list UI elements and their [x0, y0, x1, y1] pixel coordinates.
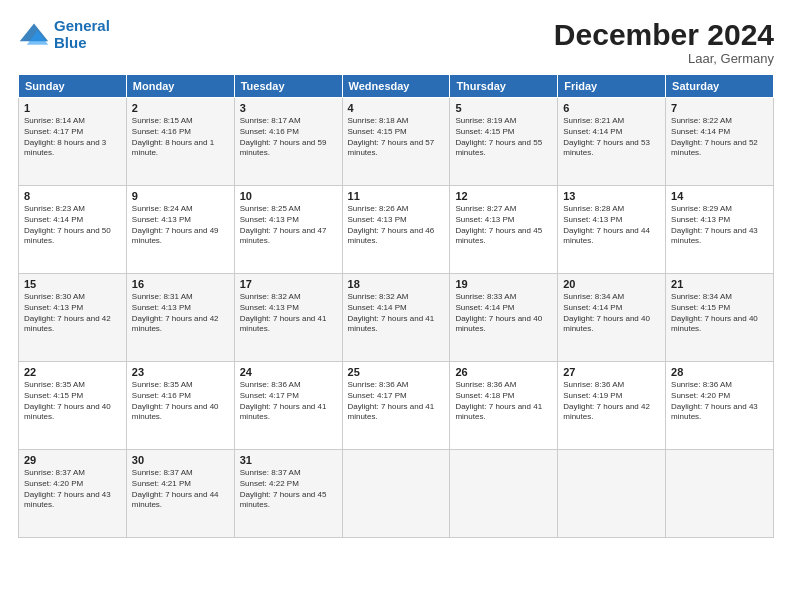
day-number: 13 — [563, 190, 660, 202]
header-sunday: Sunday — [19, 75, 127, 98]
logo: General Blue — [18, 18, 110, 51]
logo-line2: Blue — [54, 34, 87, 51]
header-thursday: Thursday — [450, 75, 558, 98]
calendar-cell: 9Sunrise: 8:24 AMSunset: 4:13 PMDaylight… — [126, 186, 234, 274]
week-row-3: 15Sunrise: 8:30 AMSunset: 4:13 PMDayligh… — [19, 274, 774, 362]
calendar-cell — [342, 450, 450, 538]
calendar-cell — [558, 450, 666, 538]
day-number: 18 — [348, 278, 445, 290]
day-info: Sunrise: 8:35 AMSunset: 4:15 PMDaylight:… — [24, 380, 121, 423]
day-info: Sunrise: 8:35 AMSunset: 4:16 PMDaylight:… — [132, 380, 229, 423]
day-info: Sunrise: 8:29 AMSunset: 4:13 PMDaylight:… — [671, 204, 768, 247]
page: General Blue December 2024 Laar, Germany… — [0, 0, 792, 612]
day-info: Sunrise: 8:15 AMSunset: 4:16 PMDaylight:… — [132, 116, 229, 159]
calendar-cell: 31Sunrise: 8:37 AMSunset: 4:22 PMDayligh… — [234, 450, 342, 538]
day-info: Sunrise: 8:37 AMSunset: 4:20 PMDaylight:… — [24, 468, 121, 511]
calendar-cell: 10Sunrise: 8:25 AMSunset: 4:13 PMDayligh… — [234, 186, 342, 274]
day-number: 5 — [455, 102, 552, 114]
day-info: Sunrise: 8:37 AMSunset: 4:21 PMDaylight:… — [132, 468, 229, 511]
day-info: Sunrise: 8:25 AMSunset: 4:13 PMDaylight:… — [240, 204, 337, 247]
calendar: SundayMondayTuesdayWednesdayThursdayFrid… — [18, 74, 774, 538]
calendar-cell: 2Sunrise: 8:15 AMSunset: 4:16 PMDaylight… — [126, 98, 234, 186]
day-info: Sunrise: 8:19 AMSunset: 4:15 PMDaylight:… — [455, 116, 552, 159]
calendar-cell: 18Sunrise: 8:32 AMSunset: 4:14 PMDayligh… — [342, 274, 450, 362]
week-row-2: 8Sunrise: 8:23 AMSunset: 4:14 PMDaylight… — [19, 186, 774, 274]
calendar-header-row: SundayMondayTuesdayWednesdayThursdayFrid… — [19, 75, 774, 98]
calendar-cell — [666, 450, 774, 538]
day-info: Sunrise: 8:26 AMSunset: 4:13 PMDaylight:… — [348, 204, 445, 247]
day-info: Sunrise: 8:14 AMSunset: 4:17 PMDaylight:… — [24, 116, 121, 159]
title-block: December 2024 Laar, Germany — [554, 18, 774, 66]
day-number: 24 — [240, 366, 337, 378]
day-number: 22 — [24, 366, 121, 378]
day-info: Sunrise: 8:32 AMSunset: 4:14 PMDaylight:… — [348, 292, 445, 335]
calendar-cell: 3Sunrise: 8:17 AMSunset: 4:16 PMDaylight… — [234, 98, 342, 186]
day-info: Sunrise: 8:30 AMSunset: 4:13 PMDaylight:… — [24, 292, 121, 335]
calendar-cell: 1Sunrise: 8:14 AMSunset: 4:17 PMDaylight… — [19, 98, 127, 186]
calendar-cell: 24Sunrise: 8:36 AMSunset: 4:17 PMDayligh… — [234, 362, 342, 450]
day-info: Sunrise: 8:36 AMSunset: 4:19 PMDaylight:… — [563, 380, 660, 423]
day-info: Sunrise: 8:34 AMSunset: 4:14 PMDaylight:… — [563, 292, 660, 335]
day-info: Sunrise: 8:36 AMSunset: 4:17 PMDaylight:… — [240, 380, 337, 423]
logo-text: General Blue — [54, 18, 110, 51]
calendar-cell: 19Sunrise: 8:33 AMSunset: 4:14 PMDayligh… — [450, 274, 558, 362]
day-info: Sunrise: 8:28 AMSunset: 4:13 PMDaylight:… — [563, 204, 660, 247]
day-info: Sunrise: 8:24 AMSunset: 4:13 PMDaylight:… — [132, 204, 229, 247]
day-number: 23 — [132, 366, 229, 378]
calendar-cell: 22Sunrise: 8:35 AMSunset: 4:15 PMDayligh… — [19, 362, 127, 450]
day-number: 11 — [348, 190, 445, 202]
day-info: Sunrise: 8:32 AMSunset: 4:13 PMDaylight:… — [240, 292, 337, 335]
day-info: Sunrise: 8:22 AMSunset: 4:14 PMDaylight:… — [671, 116, 768, 159]
day-number: 19 — [455, 278, 552, 290]
day-number: 7 — [671, 102, 768, 114]
day-number: 8 — [24, 190, 121, 202]
day-number: 21 — [671, 278, 768, 290]
day-number: 12 — [455, 190, 552, 202]
day-number: 2 — [132, 102, 229, 114]
day-number: 3 — [240, 102, 337, 114]
day-number: 26 — [455, 366, 552, 378]
calendar-cell: 29Sunrise: 8:37 AMSunset: 4:20 PMDayligh… — [19, 450, 127, 538]
day-number: 4 — [348, 102, 445, 114]
header-wednesday: Wednesday — [342, 75, 450, 98]
calendar-cell: 12Sunrise: 8:27 AMSunset: 4:13 PMDayligh… — [450, 186, 558, 274]
day-number: 1 — [24, 102, 121, 114]
location: Laar, Germany — [554, 51, 774, 66]
header-friday: Friday — [558, 75, 666, 98]
day-number: 31 — [240, 454, 337, 466]
header-monday: Monday — [126, 75, 234, 98]
calendar-cell: 17Sunrise: 8:32 AMSunset: 4:13 PMDayligh… — [234, 274, 342, 362]
calendar-cell: 23Sunrise: 8:35 AMSunset: 4:16 PMDayligh… — [126, 362, 234, 450]
day-info: Sunrise: 8:36 AMSunset: 4:20 PMDaylight:… — [671, 380, 768, 423]
logo-line1: General — [54, 17, 110, 34]
header-saturday: Saturday — [666, 75, 774, 98]
day-info: Sunrise: 8:33 AMSunset: 4:14 PMDaylight:… — [455, 292, 552, 335]
day-info: Sunrise: 8:27 AMSunset: 4:13 PMDaylight:… — [455, 204, 552, 247]
day-info: Sunrise: 8:36 AMSunset: 4:18 PMDaylight:… — [455, 380, 552, 423]
day-number: 6 — [563, 102, 660, 114]
day-number: 20 — [563, 278, 660, 290]
calendar-cell: 25Sunrise: 8:36 AMSunset: 4:17 PMDayligh… — [342, 362, 450, 450]
header-tuesday: Tuesday — [234, 75, 342, 98]
calendar-cell: 11Sunrise: 8:26 AMSunset: 4:13 PMDayligh… — [342, 186, 450, 274]
day-number: 16 — [132, 278, 229, 290]
day-number: 29 — [24, 454, 121, 466]
calendar-cell: 16Sunrise: 8:31 AMSunset: 4:13 PMDayligh… — [126, 274, 234, 362]
day-number: 27 — [563, 366, 660, 378]
day-number: 28 — [671, 366, 768, 378]
day-info: Sunrise: 8:31 AMSunset: 4:13 PMDaylight:… — [132, 292, 229, 335]
header: General Blue December 2024 Laar, Germany — [18, 18, 774, 66]
month-title: December 2024 — [554, 18, 774, 51]
week-row-1: 1Sunrise: 8:14 AMSunset: 4:17 PMDaylight… — [19, 98, 774, 186]
calendar-cell: 8Sunrise: 8:23 AMSunset: 4:14 PMDaylight… — [19, 186, 127, 274]
calendar-cell: 26Sunrise: 8:36 AMSunset: 4:18 PMDayligh… — [450, 362, 558, 450]
day-info: Sunrise: 8:36 AMSunset: 4:17 PMDaylight:… — [348, 380, 445, 423]
calendar-cell: 13Sunrise: 8:28 AMSunset: 4:13 PMDayligh… — [558, 186, 666, 274]
day-info: Sunrise: 8:34 AMSunset: 4:15 PMDaylight:… — [671, 292, 768, 335]
calendar-cell: 6Sunrise: 8:21 AMSunset: 4:14 PMDaylight… — [558, 98, 666, 186]
calendar-cell: 27Sunrise: 8:36 AMSunset: 4:19 PMDayligh… — [558, 362, 666, 450]
day-number: 10 — [240, 190, 337, 202]
calendar-cell: 15Sunrise: 8:30 AMSunset: 4:13 PMDayligh… — [19, 274, 127, 362]
calendar-cell: 14Sunrise: 8:29 AMSunset: 4:13 PMDayligh… — [666, 186, 774, 274]
day-number: 9 — [132, 190, 229, 202]
